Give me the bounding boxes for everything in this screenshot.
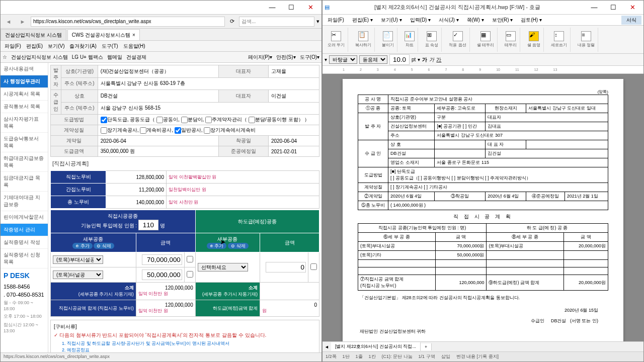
ribbon-border2[interactable]: ▭테두리 [502,28,520,52]
workers-input[interactable] [138,220,158,230]
select-type-r[interactable]: 선택하세요 [198,263,248,272]
cb-type2[interactable] [140,127,146,134]
menu-safety[interactable]: 안전(S)▾ [276,54,295,61]
hwp-menu-file[interactable]: 파일(F) [325,17,347,24]
hwp-minimize[interactable]: — [585,2,603,13]
menu-edit[interactable]: 편집(E) [24,43,45,50]
fav-link-3[interactable]: 웹메일 [107,54,122,61]
sidebar-item-12[interactable]: 실적증명서 신청목록 [1,249,48,268]
select-type-2[interactable]: (토목)터널공 [53,270,103,279]
amount-input-r[interactable] [266,262,306,273]
search-input[interactable] [239,17,314,27]
ribbon-align[interactable]: ≡내용 정렬 [575,28,598,52]
sidebar-item-9[interactable]: 린이에게낙찰문서 [1,211,48,224]
cb-single[interactable] [101,117,107,123]
menu-view[interactable]: 보기(V) [46,43,66,50]
ribbon-fill[interactable]: 🖌셀 음영 [524,28,544,52]
forward-button[interactable]: ► [17,17,29,27]
hwp-new-tab[interactable]: + [421,343,432,350]
sidebar-item-3[interactable]: 공적통보서 목록 [1,101,48,113]
sidebar-header-admin[interactable]: 사 행정업무관리 [1,75,48,88]
amount-input-2[interactable] [142,269,182,280]
hwp-menu-edit[interactable]: 편집(E) ▾ [349,17,376,24]
menu-page[interactable]: 페이지(P)▾ [248,54,272,61]
sidebar-item-cert[interactable]: 작증명서 관리 [1,224,48,236]
back-button[interactable]: ◄ [3,17,15,27]
ribbon-borders[interactable]: ▦셀 테두리 [474,28,498,52]
subtotal-left-val: 120,000,000 일억 이천만 원 [136,283,195,300]
menu-favorites[interactable]: 즐겨찾기(A) [67,43,98,50]
hwp-ribbon: ✂오려 두기 📋복사하기 📄붙이기 📊차트 ⊞표 속성 ✓적용 옵션 ▦셀 테두… [323,26,643,54]
hwp-menu-security[interactable]: 보안(R) ▾ [489,17,516,24]
sidebar-item-4[interactable]: 삼사자자평가표 목록 [1,113,48,133]
cb-type3[interactable] [175,127,181,134]
ribbon-paste[interactable]: 📄붙이기 [379,28,397,52]
ribbon-cut[interactable]: ✂오려 두기 [325,28,348,52]
tab-1[interactable]: 건설산업지식정보 시스템 [1,29,66,40]
fav-link-4[interactable]: 건설경제 [126,54,146,61]
sidebar-item-2[interactable]: 시공계획서 목록 [1,88,48,101]
maximize-button[interactable]: ☐ [282,2,300,13]
close-button[interactable]: ✕ [301,2,319,13]
delete-button-left[interactable]: ⊖ 삭제 [94,243,114,249]
total-left-label: 직접시공금액 합계 (직접시공 노무비) [51,300,136,317]
refresh-icon[interactable]: ⟳ [227,17,237,27]
add-button-left[interactable]: ⊕ 추가 [72,243,93,249]
cb-joint4[interactable] [249,117,255,123]
hwp-doc-tab[interactable]: [별지 제22호의6서식] 건설공사의 직접... [331,342,421,351]
menu-tools[interactable]: 도구(T) [100,43,120,50]
th-contract-type: 계약성질 [51,125,98,136]
cb-type1[interactable] [101,127,107,134]
tab-close-icon[interactable]: × [132,32,135,38]
tab-2[interactable]: CWS 건설공사정보시스템× [67,29,140,40]
cb-joint3[interactable] [205,117,212,123]
hwp-menu-view[interactable]: 보기(U) ▾ [378,17,405,24]
address-bar: ◄ ► ⟳ ▾ [1,15,321,29]
ribbon-apply[interactable]: ✓적용 옵션 [446,28,469,52]
hwp-maximize[interactable]: ☐ [604,2,622,13]
cb-row1[interactable] [187,256,193,262]
sidebar-item-search[interactable]: 공사내용검색 [1,63,48,75]
fav-link-2[interactable]: LG U+ 웹팩스 [72,54,103,61]
hwp-close[interactable]: ✕ [623,2,641,13]
ribbon-vertical[interactable]: ↕세로쓰기 [548,28,571,52]
sidebar-item-5[interactable]: 도급승낙통보서 목록 [1,133,48,152]
menu-tools2[interactable]: 도구(O)▾ [300,54,319,61]
search-dropdown-icon[interactable]: ▾ [316,18,319,25]
helpdesk-phone2: . 070-4850-8531 [1,291,48,299]
cb-joint1[interactable] [156,117,163,123]
minimize-button[interactable]: — [263,2,281,13]
cb-row-r[interactable] [310,263,317,270]
select-type-1[interactable]: (토목)부대시설공 [53,255,103,264]
fav-link-1[interactable]: 건설산업지식정보 시스템 [11,54,68,61]
ribbon-tableprops[interactable]: ⊞표 속성 [422,28,442,52]
cb-joint2[interactable] [181,117,188,123]
amount-input-1[interactable] [142,254,182,265]
underline-icon[interactable]: 가 [436,56,441,63]
sidebar-item-6[interactable]: 하급대금지급보증 목록 [1,152,48,172]
hwp-menu-input[interactable]: 입력(D) ▾ [407,17,434,24]
menu-file[interactable]: 파일(F) [3,43,23,50]
hwp-tab-format[interactable]: 서식 [621,16,641,25]
cb-type4[interactable] [204,127,210,134]
menu-help[interactable]: 도움말(H) [121,43,147,50]
fontsize-input[interactable] [389,54,410,65]
hwp-menu-review[interactable]: 검토(H) ▾ [518,17,545,24]
sidebar-item-7[interactable]: 임금대금지급 목록 [1,172,48,192]
hwp-menu-format[interactable]: 서식(J) ▾ [436,17,461,24]
hwp-menu-page[interactable]: 쪽(W) ▾ [464,17,487,24]
hwp-document-area[interactable]: (앞쪽) 공 사 명직접시공 준수여부 보고안내 설명용 공사 ①공 종 공종:… [323,74,643,341]
ribbon-copy[interactable]: 📋복사하기 [352,28,375,52]
total-left-val: 120,000,000 일억 이천만 원 [136,300,195,317]
url-input[interactable] [31,17,225,27]
sidebar-item-11[interactable]: 실적증명서 작성 [1,236,48,249]
delete-button-right[interactable]: ⊖ 삭제 [228,243,249,249]
ribbon-chart[interactable]: 📊차트 [401,28,418,52]
italic-icon[interactable]: 가 [429,56,434,63]
cb-row2[interactable] [187,271,193,278]
sidebar-item-8[interactable]: 기체대여대금 지급보증 [1,192,48,211]
add-button-right[interactable]: ⊕ 추가 [207,243,227,249]
style-select[interactable]: 바탕글 [329,55,357,64]
bold-icon[interactable]: 가 [422,56,427,63]
font-select[interactable]: 돋움체 [359,55,387,64]
